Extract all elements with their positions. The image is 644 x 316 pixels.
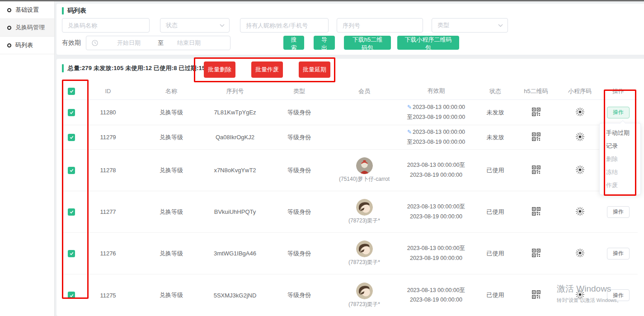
cell-validity: 2023-08-13 00:00:00至 2023-08-19 00:00:00 (393, 202, 479, 222)
cell-serial: Qa08IkrOgKJ2 (207, 134, 263, 141)
type-select-value: 类型 (437, 21, 449, 29)
cell-validity: 2023-08-13 00:00:00至 2023-08-19 00:00:00 (393, 286, 479, 305)
cell-name: 兑换等级 (135, 166, 207, 175)
miniprogram-code-icon[interactable] (575, 107, 585, 118)
member-avatar[interactable] (356, 157, 373, 174)
clock-icon (92, 40, 98, 46)
sidebar-item-code-management[interactable]: 兑换码管理 (0, 19, 54, 37)
edit-pencil-icon[interactable]: ✎ (407, 129, 412, 135)
search-button[interactable]: 搜索 (283, 36, 304, 50)
row-action-button[interactable]: 操作 (607, 107, 630, 118)
menu-item-record[interactable]: 记录 (600, 139, 640, 152)
sidebar-item-code-list[interactable]: 码列表 (0, 37, 54, 54)
checkmark-icon (69, 135, 74, 140)
date-range-picker[interactable]: 开始日期 至 结束日期 (86, 36, 230, 50)
h5-qrcode-icon[interactable] (532, 132, 541, 142)
table-row: 11276 兑换等级 3mtWG1IBgA46 等级身份 (78723)栗子* … (62, 233, 638, 274)
batch-extend-button[interactable]: 批量延期 (299, 61, 330, 78)
page-title: 码列表 (67, 7, 86, 15)
row-checkbox[interactable] (68, 292, 75, 299)
select-all-checkbox[interactable] (68, 88, 75, 95)
cell-status: 已使用 (479, 250, 511, 258)
member-name: (78723)栗子* (348, 301, 380, 308)
type-select[interactable]: 类型 (432, 18, 508, 33)
code-name-input[interactable] (62, 18, 150, 33)
row-checkbox[interactable] (68, 250, 75, 257)
batch-delete-button[interactable]: 批量删除 (204, 61, 235, 78)
title-accent-bar (62, 7, 64, 14)
code-table-panel: 总量:279 未发放:105 未使用:12 已使用:8 已过期:154 批量删除… (56, 59, 644, 316)
row-checkbox[interactable] (68, 208, 75, 216)
checkmark-icon (69, 293, 74, 298)
menu-item-delete[interactable]: 删除 (600, 152, 640, 165)
row-action-button[interactable]: 操作 (607, 206, 630, 218)
member-name: (78723)栗子* (348, 259, 380, 266)
miniprogram-code-icon[interactable] (575, 165, 585, 176)
holder-input[interactable] (240, 18, 329, 33)
circle-ring-icon (7, 8, 11, 12)
sidebar: 基础设置 兑换码管理 码列表 (0, 1, 55, 316)
miniprogram-code-icon[interactable] (575, 248, 585, 259)
cell-type: 等级身份 (263, 291, 336, 299)
member-cell: (78723)栗子* (348, 199, 380, 225)
header-h5-qrcode: h5二维码 (511, 87, 561, 95)
header-member: 会员 (336, 87, 393, 95)
member-avatar[interactable] (356, 199, 373, 216)
cell-serial: BVkuiUhHPQTy (207, 208, 263, 215)
row-checkbox[interactable] (68, 134, 75, 141)
sidebar-item-label: 码列表 (15, 41, 33, 49)
member-cell: (78723)栗子* (348, 241, 380, 266)
row-checkbox[interactable] (68, 167, 75, 174)
checkmark-icon (69, 89, 74, 94)
header-type: 类型 (263, 87, 336, 95)
end-date-placeholder[interactable]: 结束日期 (177, 39, 201, 47)
h5-qrcode-icon[interactable] (532, 290, 541, 300)
cell-validity: ✎2023-08-13 00:00:00 至2023-08-19 00:00:0… (393, 127, 479, 147)
h5-qrcode-icon[interactable] (532, 165, 541, 175)
batch-void-button[interactable]: 批量作废 (251, 61, 283, 78)
status-select-value: 状态 (166, 21, 178, 29)
date-to-label: 至 (158, 39, 164, 47)
start-date-placeholder[interactable]: 开始日期 (117, 39, 141, 47)
table-row: 11277 兑换等级 BVkuiUhHPQTy 等级身份 (78723)栗子* … (62, 191, 638, 233)
h5-qrcode-icon[interactable] (532, 249, 541, 259)
miniprogram-code-icon[interactable] (575, 132, 585, 143)
summary-accent-bar (62, 64, 64, 72)
action-dropdown-menu: 手动过期 记录 删除 冻结 作废 (599, 123, 641, 195)
sidebar-item-basic-settings[interactable]: 基础设置 (0, 1, 54, 19)
cell-status: 已使用 (479, 291, 511, 299)
header-serial: 序列号 (207, 87, 263, 95)
summary-text: 总量:279 未发放:105 未使用:12 已使用:8 已过期:154 (68, 64, 209, 72)
h5-qrcode-icon[interactable] (532, 108, 541, 118)
member-cell: (75140)萝卜仔-carrot (339, 157, 390, 183)
menu-item-void[interactable]: 作废 (600, 179, 640, 192)
row-action-button[interactable]: 操作 (607, 248, 630, 259)
menu-item-freeze[interactable]: 冻结 (600, 165, 640, 179)
checkmark-icon (69, 209, 74, 214)
status-select[interactable]: 状态 (160, 18, 230, 33)
row-checkbox[interactable] (68, 109, 75, 116)
circle-ring-icon (7, 26, 11, 30)
window-top-strip (0, 0, 644, 1)
member-name: (78723)栗子* (348, 217, 380, 225)
member-name: (75140)萝卜仔-carrot (339, 175, 390, 183)
header-action: 操作 (599, 87, 638, 95)
cell-status: 已使用 (479, 208, 511, 216)
member-cell: (78723)栗子* (348, 283, 380, 308)
download-h5-qrcode-button[interactable]: 下载h5二维码包 (344, 36, 391, 50)
export-button[interactable]: 导出 (314, 36, 335, 50)
h5-qrcode-icon[interactable] (532, 207, 541, 217)
checkmark-icon (69, 251, 74, 256)
row-action-button[interactable]: 操作 (607, 289, 630, 301)
checkmark-icon (69, 110, 74, 115)
miniprogram-code-icon[interactable] (575, 290, 585, 301)
member-avatar[interactable] (356, 283, 373, 299)
miniprogram-code-icon[interactable] (575, 207, 585, 217)
download-miniprogram-qrcode-button[interactable]: 下载小程序二维码包 (397, 36, 459, 50)
table-header: ID 名称 序列号 类型 会员 有效期 状态 h5二维码 小程序码 操作 (62, 83, 638, 100)
menu-item-manual-expire[interactable]: 手动过期 (600, 126, 640, 139)
edit-pencil-icon[interactable]: ✎ (407, 104, 412, 110)
serial-input[interactable] (337, 18, 423, 33)
cell-name: 兑换等级 (135, 208, 207, 216)
member-avatar[interactable] (356, 241, 373, 257)
